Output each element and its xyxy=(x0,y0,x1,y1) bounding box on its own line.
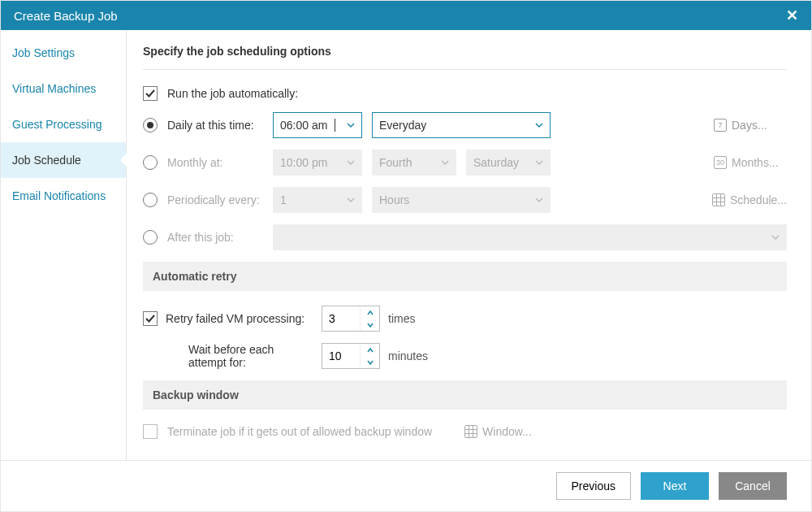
retry-row: Retry failed VM processing: times xyxy=(143,306,787,332)
schedule-button[interactable]: Schedule... xyxy=(712,193,787,206)
grid-icon xyxy=(712,193,725,206)
chevron-down-icon xyxy=(433,158,449,167)
titlebar: Create Backup Job ✕ xyxy=(1,1,811,30)
sidebar-item-job-settings[interactable]: Job Settings xyxy=(1,35,126,71)
automatic-retry-header: Automatic retry xyxy=(143,262,787,291)
after-radio[interactable] xyxy=(143,230,158,245)
wait-label: Wait before each attempt for: xyxy=(166,343,313,369)
window-button-label: Window... xyxy=(482,425,532,438)
months-button-label: Months... xyxy=(732,156,779,169)
spinner-down[interactable] xyxy=(361,319,379,331)
retry-label: Retry failed VM processing: xyxy=(166,312,313,325)
calendar-icon: 30 xyxy=(714,156,727,169)
spinner-down[interactable] xyxy=(361,356,379,368)
sidebar-item-label: Job Schedule xyxy=(12,154,81,167)
spinner-up[interactable] xyxy=(361,344,379,356)
grid-icon xyxy=(464,425,477,438)
terminate-row: Terminate job if it gets out of allowed … xyxy=(143,424,787,439)
sidebar-item-label: Guest Processing xyxy=(12,118,102,131)
monthly-weekday-select[interactable]: Saturday xyxy=(466,150,551,176)
check-icon xyxy=(145,314,155,323)
schedule-option-monthly: Monthly at: 10:00 pm Fourth Saturday 30 … xyxy=(143,150,787,176)
calendar-icon: 7 xyxy=(714,119,727,132)
main-panel: Specify the job scheduling options Run t… xyxy=(127,30,811,460)
run-automatically-row: Run the job automatically: xyxy=(143,86,787,101)
monthly-label: Monthly at: xyxy=(167,156,263,169)
run-automatically-checkbox[interactable] xyxy=(143,86,158,101)
periodic-unit-value: Hours xyxy=(379,193,409,206)
wait-unit: minutes xyxy=(388,349,428,362)
dialog-body: Job Settings Virtual Machines Guest Proc… xyxy=(1,30,811,460)
cancel-button[interactable]: Cancel xyxy=(719,472,787,500)
daily-label: Daily at this time: xyxy=(167,119,263,132)
monthly-time-select[interactable]: 10:00 pm xyxy=(273,150,362,176)
terminate-label: Terminate job if it gets out of allowed … xyxy=(167,425,432,438)
wait-row: Wait before each attempt for: minutes xyxy=(143,343,787,369)
check-icon xyxy=(145,89,155,98)
page-heading: Specify the job scheduling options xyxy=(143,45,787,58)
chevron-down-icon xyxy=(763,233,780,241)
spinner-up[interactable] xyxy=(361,306,379,319)
text-caret xyxy=(335,119,335,132)
run-automatically-label: Run the job automatically: xyxy=(167,87,298,100)
after-job-select[interactable] xyxy=(273,224,787,250)
daily-time-select[interactable]: 06:00 am xyxy=(273,112,362,138)
sidebar-item-label: Virtual Machines xyxy=(12,82,96,95)
chevron-down-icon xyxy=(339,121,355,129)
months-button[interactable]: 30 Months... xyxy=(714,156,787,169)
daily-time-value: 06:00 am xyxy=(280,119,327,132)
schedule-button-label: Schedule... xyxy=(730,193,787,206)
daily-repeat-value: Everyday xyxy=(379,119,426,132)
sidebar-item-email-notifications[interactable]: Email Notifications xyxy=(1,178,126,214)
retry-unit: times xyxy=(388,312,415,325)
periodic-unit-select[interactable]: Hours xyxy=(372,187,551,213)
periodic-label: Periodically every: xyxy=(167,193,263,206)
monthly-ordinal-value: Fourth xyxy=(379,156,412,169)
monthly-weekday-value: Saturday xyxy=(473,156,519,169)
periodic-radio[interactable] xyxy=(143,193,158,207)
schedule-option-daily: Daily at this time: 06:00 am Everyday 7 … xyxy=(143,112,787,138)
daily-radio[interactable] xyxy=(143,118,158,132)
sidebar-item-label: Email Notifications xyxy=(12,189,106,202)
chevron-down-icon xyxy=(527,196,543,204)
daily-repeat-select[interactable]: Everyday xyxy=(372,112,551,138)
backup-window-header: Backup window xyxy=(143,380,787,410)
sidebar-item-virtual-machines[interactable]: Virtual Machines xyxy=(1,71,126,106)
chevron-down-icon xyxy=(339,158,355,167)
sidebar-item-job-schedule[interactable]: Job Schedule xyxy=(1,142,126,178)
next-button[interactable]: Next xyxy=(641,472,709,500)
monthly-time-value: 10:00 pm xyxy=(280,156,327,169)
create-backup-job-dialog: Create Backup Job ✕ Job Settings Virtual… xyxy=(0,0,812,512)
dialog-footer: Previous Next Cancel xyxy=(1,460,811,511)
sidebar: Job Settings Virtual Machines Guest Proc… xyxy=(1,30,127,460)
chevron-down-icon xyxy=(339,196,355,204)
dialog-title: Create Backup Job xyxy=(14,9,786,23)
retry-times-spinner[interactable] xyxy=(322,306,380,332)
monthly-radio[interactable] xyxy=(143,155,158,170)
close-icon[interactable]: ✕ xyxy=(786,7,798,24)
schedule-option-after: After this job: xyxy=(143,224,787,250)
previous-button[interactable]: Previous xyxy=(556,472,631,500)
days-button-label: Days... xyxy=(732,119,767,132)
monthly-ordinal-select[interactable]: Fourth xyxy=(372,150,456,176)
sidebar-item-guest-processing[interactable]: Guest Processing xyxy=(1,106,126,142)
periodic-count-value: 1 xyxy=(280,193,287,206)
divider xyxy=(143,69,787,70)
schedule-option-periodic: Periodically every: 1 Hours Schedule... xyxy=(143,187,787,213)
chevron-down-icon xyxy=(527,121,543,129)
chevron-down-icon xyxy=(527,158,543,167)
sidebar-item-label: Job Settings xyxy=(12,46,75,59)
after-label: After this job: xyxy=(167,231,263,244)
days-button[interactable]: 7 Days... xyxy=(714,119,787,132)
window-button[interactable]: Window... xyxy=(464,425,538,438)
wait-minutes-spinner[interactable] xyxy=(322,343,380,369)
retry-times-input[interactable] xyxy=(322,306,360,331)
retry-checkbox[interactable] xyxy=(143,311,158,326)
terminate-checkbox[interactable] xyxy=(143,424,158,439)
periodic-count-select[interactable]: 1 xyxy=(273,187,362,213)
wait-minutes-input[interactable] xyxy=(322,344,360,368)
